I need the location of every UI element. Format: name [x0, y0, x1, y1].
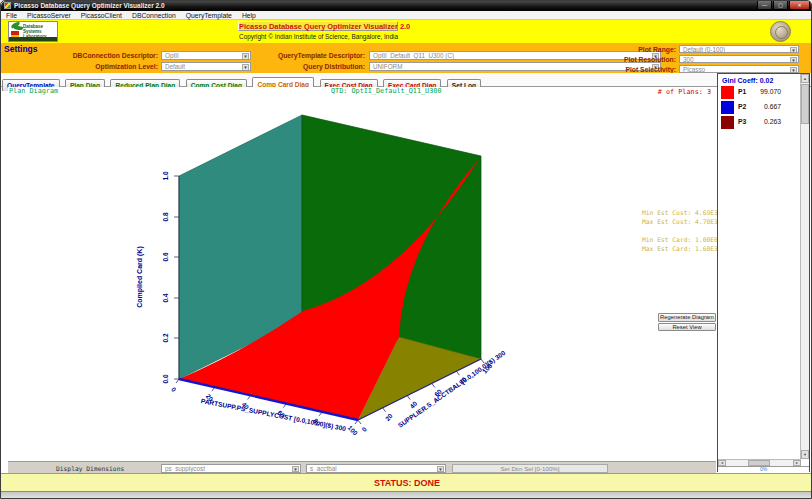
svg-text:0.8: 0.8	[162, 212, 169, 221]
diagram-tabstrip: QueryTemplate Plan Diag Reduced Plan Dia…	[1, 73, 812, 87]
dbconnection-label: DBConnection Descriptor:	[61, 51, 158, 60]
menu-dbconnection[interactable]: DBConnection	[127, 11, 181, 20]
dimension2-combobox[interactable]: s_acctbal ▼	[306, 464, 446, 473]
legend-horizontal-scrollbar[interactable]: ◄ ►	[718, 459, 801, 466]
svg-text:0.4: 0.4	[162, 293, 169, 302]
z-tick-labels: 0.0 0.2 0.4 0.6 0.8 1.0	[162, 171, 169, 383]
p2-value: 0.667	[745, 103, 781, 110]
settings-heading: Settings	[4, 44, 38, 54]
svg-text:1.0: 1.0	[162, 171, 169, 180]
display-dimensions-label: Display Dimensions	[56, 465, 124, 472]
chevron-down-icon[interactable]: ▼	[292, 466, 299, 473]
regenerate-diagram-button[interactable]: Regenerate Diagram	[658, 313, 716, 322]
svg-text:0.2: 0.2	[162, 333, 169, 342]
copyright-text: Copyright © Indian Institute of Science,…	[181, 33, 456, 40]
querytemplate-label: QueryTemplate Descriptor:	[265, 51, 365, 60]
chevron-down-icon[interactable]: ▼	[242, 64, 249, 71]
svg-text:0: 0	[170, 386, 178, 394]
legend-row-p3: P3 0.263	[721, 116, 791, 129]
plot-range-value: Default (0-100)	[683, 46, 725, 53]
p1-color-swatch	[721, 86, 734, 99]
p2-color-swatch	[721, 101, 734, 114]
z-axis-ticks	[174, 176, 179, 379]
svg-text:20: 20	[384, 412, 394, 422]
p3-value: 0.263	[745, 118, 781, 125]
minimize-button[interactable]: —	[757, 1, 772, 10]
querytemplate-value: OptII_Default_Q11_U300 (C)	[373, 52, 454, 59]
p1-value: 99.070	[745, 88, 781, 95]
comp-card-3d-plot[interactable]: 0.0 0.2 0.4 0.6 0.8 1.0 Compiled Card (K…	[8, 87, 716, 461]
scroll-up-icon[interactable]: ▲	[801, 74, 809, 83]
svg-text:0: 0	[360, 425, 368, 433]
optimization-level-value: Default	[165, 63, 185, 70]
plot-resolution-label: Plot Resolution:	[601, 55, 676, 64]
chevron-down-icon[interactable]: ▼	[790, 57, 797, 63]
dimension2-value: s_acctbal	[310, 465, 337, 472]
legend-panel: Gini Coeff: 0.02 P1 99.070 P2 0.667 P3 0…	[717, 73, 810, 472]
max-est-card: Max Est Card: 1.60E3	[642, 245, 718, 252]
legend-row-p2: P2 0.667	[721, 101, 791, 114]
plot-resolution-combobox[interactable]: 300 ▼	[679, 55, 799, 63]
dimension1-combobox[interactable]: ps_supplycost ▼	[161, 464, 301, 473]
logo-strip	[9, 37, 57, 41]
app-icon	[4, 2, 11, 9]
close-button[interactable]: ✕	[789, 1, 810, 10]
window-bottom-edge	[1, 491, 812, 499]
query-distribution-value: UNIFORM	[373, 63, 402, 70]
status-bar: STATUS: DONE	[1, 473, 812, 491]
menu-file[interactable]: File	[1, 11, 22, 20]
reset-view-button[interactable]: Reset View	[658, 323, 716, 332]
menu-bar: File PicassoServer PicassoClient DBConne…	[1, 11, 812, 20]
plot-range-combobox[interactable]: Default (0-100) ▼	[679, 45, 799, 53]
chevron-down-icon[interactable]: ▼	[242, 53, 249, 60]
progress-bar: 0%	[718, 466, 809, 472]
query-distribution-label: Query Distribution:	[265, 62, 365, 71]
menu-picassoserver[interactable]: PicassoServer	[22, 11, 76, 20]
window-title: Picasso Database Query Optimizer Visuali…	[14, 1, 165, 11]
min-est-card: Min Est Card: 1.00E0	[642, 236, 718, 243]
banner-title: Picasso Database Query Optimizer Visuali…	[238, 21, 398, 31]
dsl-logo: Database Systems Laboratory	[8, 21, 58, 42]
logo-red-block	[11, 31, 19, 35]
dbconnection-value: OptII	[165, 52, 179, 59]
optimization-level-combobox[interactable]: Default ▼	[161, 62, 251, 71]
menu-querytemplate[interactable]: QueryTemplate	[181, 11, 237, 20]
chevron-down-icon[interactable]: ▼	[437, 466, 444, 473]
gini-coeff-label: Gini Coeff: 0.02	[722, 77, 773, 84]
legend-row-p1: P1 99.070	[721, 86, 791, 99]
max-est-cost: Max Est Cost: 4.70E3	[642, 218, 718, 225]
dimension-bar: Display Dimensions ps_supplycost ▼ s_acc…	[8, 461, 716, 473]
settings-panel: Settings DBConnection Descriptor: OptII …	[1, 43, 812, 73]
svg-text:0.6: 0.6	[162, 252, 169, 261]
app-window: Picasso Database Query Optimizer Visuali…	[0, 0, 812, 499]
optimization-level-label: Optimization Level:	[61, 62, 158, 71]
plot-selectivity-combobox[interactable]: Picasso ▼	[679, 65, 799, 73]
dim-sel-field[interactable]: Set Dim Sel [0-100%]	[452, 464, 608, 473]
scroll-down-icon[interactable]: ▼	[801, 450, 809, 459]
min-est-cost: Min Est Cost: 4.69E3	[642, 209, 718, 216]
z-axis-title: Compiled Card (K)	[136, 246, 144, 307]
dbconnection-combobox[interactable]: OptII ▼	[161, 51, 251, 60]
menu-picassoclient[interactable]: PicassoClient	[76, 11, 127, 20]
plot-selectivity-value: Picasso	[683, 66, 705, 73]
status-text: STATUS: DONE	[374, 478, 440, 488]
p3-color-swatch	[721, 116, 734, 129]
diagram-panel: Plan Diagram QTD: OptII_Default_Q11_U300…	[8, 87, 716, 461]
svg-text:0.0: 0.0	[162, 374, 169, 383]
plot-resolution-value: 300	[683, 56, 694, 63]
plot-range-label: Plot Range:	[601, 45, 676, 54]
title-bar: Picasso Database Query Optimizer Visuali…	[1, 1, 812, 11]
svg-text:100: 100	[347, 424, 360, 437]
app-header: Database Systems Laboratory Picasso Data…	[1, 20, 812, 43]
chevron-down-icon[interactable]: ▼	[790, 47, 797, 53]
legend-vertical-scrollbar[interactable]: ▲ ▼	[800, 74, 809, 459]
iisc-logo-icon	[770, 21, 791, 42]
menu-help[interactable]: Help	[237, 11, 261, 20]
dimension1-value: ps_supplycost	[165, 465, 205, 472]
scrollbar-thumb[interactable]	[801, 84, 809, 124]
maximize-button[interactable]: ▢	[773, 1, 788, 10]
